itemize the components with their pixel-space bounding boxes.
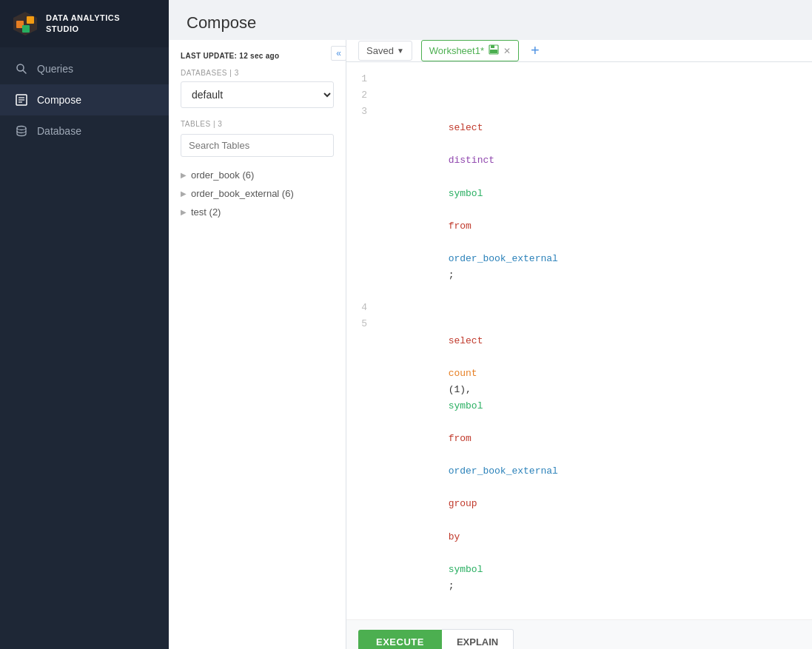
- save-icon[interactable]: [489, 44, 499, 57]
- page-title: Compose: [187, 13, 794, 33]
- code-line-3: 3 select distinct symbol from order_book…: [358, 104, 800, 300]
- panel-meta-section: LAST UPDATE: 12 sec ago DATABASES | 3 de…: [169, 40, 346, 120]
- code-line-5: 5 select count (1), symbol from order_bo…: [358, 316, 800, 611]
- table-name-order-book: order_book (6): [191, 169, 254, 181]
- right-panel: Saved ▼ Worksheet1* ✕ +: [346, 40, 812, 649]
- database-select[interactable]: default: [181, 81, 334, 108]
- table-name-order-book-external: order_book_external (6): [191, 188, 294, 199]
- chevron-right-icon: ▶: [181, 171, 187, 179]
- table-name-test: test (2): [191, 206, 221, 218]
- compose-icon: [15, 93, 28, 107]
- execute-area: EXECUTE EXPLAIN: [346, 620, 812, 649]
- database-icon: [15, 124, 28, 138]
- saved-button[interactable]: Saved ▼: [358, 41, 412, 61]
- tab-close-icon[interactable]: ✕: [503, 46, 511, 56]
- databases-label: DATABASES | 3: [181, 69, 334, 77]
- sidebar-nav: Queries Compose Database: [0, 47, 169, 152]
- code-line-2: 2: [358, 87, 800, 104]
- sidebar-item-queries-label: Queries: [37, 63, 73, 75]
- sidebar-item-compose-label: Compose: [37, 94, 81, 106]
- search-icon: [15, 62, 28, 75]
- app-title: DATA ANALYTICSSTUDIO: [46, 13, 120, 36]
- content-area: « LAST UPDATE: 12 sec ago DATABASES | 3 …: [169, 40, 812, 649]
- tables-label: TABLES | 3: [181, 120, 334, 128]
- saved-chevron-icon: ▼: [397, 47, 404, 55]
- execute-button[interactable]: EXECUTE: [358, 630, 442, 649]
- tables-section: TABLES | 3 ▶ order_book (6) ▶ order_book…: [169, 120, 346, 233]
- last-update-label: LAST UPDATE: 12 sec ago: [181, 52, 334, 60]
- explain-button[interactable]: EXPLAIN: [442, 629, 514, 649]
- sidebar-item-database-label: Database: [37, 125, 81, 137]
- tab-worksheet-label: Worksheet1*: [429, 45, 484, 56]
- code-editor[interactable]: 1 2 3 select distinct symbol: [346, 62, 812, 620]
- sidebar-item-database[interactable]: Database: [0, 115, 169, 147]
- code-line-4: 4: [358, 300, 800, 316]
- tab-worksheet1[interactable]: Worksheet1* ✕: [421, 40, 519, 61]
- svg-rect-12: [491, 45, 494, 48]
- page-header: Compose: [169, 0, 812, 40]
- table-item-order-book[interactable]: ▶ order_book (6): [181, 166, 334, 184]
- left-panel: « LAST UPDATE: 12 sec ago DATABASES | 3 …: [169, 40, 346, 649]
- sidebar: DATA ANALYTICSSTUDIO Queries Compose: [0, 0, 169, 649]
- search-tables-input[interactable]: [181, 134, 334, 157]
- collapse-button[interactable]: «: [331, 46, 346, 61]
- svg-rect-2: [27, 16, 34, 24]
- sidebar-item-compose[interactable]: Compose: [0, 84, 169, 115]
- code-line-1: 1: [358, 71, 800, 87]
- table-item-order-book-external[interactable]: ▶ order_book_external (6): [181, 184, 334, 203]
- sidebar-item-queries[interactable]: Queries: [0, 53, 169, 84]
- svg-point-10: [17, 127, 26, 130]
- table-list: ▶ order_book (6) ▶ order_book_external (…: [181, 166, 334, 221]
- chevron-right-icon-2: ▶: [181, 189, 187, 198]
- main-area: Compose « LAST UPDATE: 12 sec ago DATABA…: [169, 0, 812, 649]
- saved-label: Saved: [366, 45, 394, 56]
- table-item-test[interactable]: ▶ test (2): [181, 203, 334, 221]
- svg-rect-13: [490, 50, 497, 53]
- svg-line-5: [23, 70, 26, 73]
- svg-rect-3: [22, 25, 30, 33]
- chevron-right-icon-3: ▶: [181, 208, 187, 216]
- sidebar-header: DATA ANALYTICSSTUDIO: [0, 0, 169, 47]
- tabs-bar: Saved ▼ Worksheet1* ✕ +: [346, 40, 812, 62]
- app-logo-icon: [12, 10, 38, 37]
- add-tab-button[interactable]: +: [528, 42, 543, 59]
